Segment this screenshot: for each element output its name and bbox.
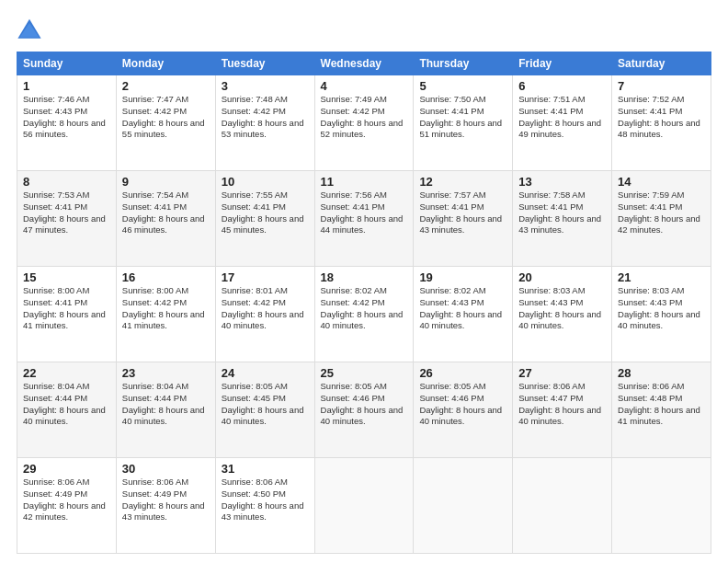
day-cell: 17 Sunrise: 8:01 AMSunset: 4:42 PMDaylig… [215,267,314,362]
header-cell-friday: Friday [513,52,612,75]
day-number: 10 [222,175,309,189]
day-cell [414,458,513,554]
header-cell-saturday: Saturday [612,52,711,75]
day-number: 9 [122,175,210,189]
calendar-table: SundayMondayTuesdayWednesdayThursdayFrid… [17,52,711,554]
day-info: Sunrise: 8:06 AMSunset: 4:47 PMDaylight:… [518,381,601,426]
day-cell [314,458,414,554]
logo-icon [17,17,42,42]
day-info: Sunrise: 7:53 AMSunset: 4:41 PMDaylight:… [23,190,106,235]
day-info: Sunrise: 7:47 AMSunset: 4:42 PMDaylight:… [122,94,205,139]
day-number: 28 [618,366,705,380]
day-cell: 25 Sunrise: 8:05 AMSunset: 4:46 PMDaylig… [314,362,414,458]
day-info: Sunrise: 8:05 AMSunset: 4:45 PMDaylight:… [222,381,304,426]
day-cell: 11 Sunrise: 7:56 AMSunset: 4:41 PMDaylig… [314,171,414,267]
day-cell: 1 Sunrise: 7:46 AMSunset: 4:43 PMDayligh… [17,75,117,171]
day-info: Sunrise: 8:00 AMSunset: 4:41 PMDaylight:… [23,285,106,330]
day-number: 8 [23,175,110,189]
day-number: 27 [518,366,606,380]
day-info: Sunrise: 7:59 AMSunset: 4:41 PMDaylight:… [618,190,700,235]
day-number: 30 [122,462,210,476]
day-number: 1 [23,79,110,93]
day-cell [513,458,612,554]
week-row-4: 22 Sunrise: 8:04 AMSunset: 4:44 PMDaylig… [17,362,711,458]
day-info: Sunrise: 8:04 AMSunset: 4:44 PMDaylight:… [23,381,106,426]
day-cell: 27 Sunrise: 8:06 AMSunset: 4:47 PMDaylig… [513,362,612,458]
day-cell: 22 Sunrise: 8:04 AMSunset: 4:44 PMDaylig… [17,362,117,458]
week-row-2: 8 Sunrise: 7:53 AMSunset: 4:41 PMDayligh… [17,171,711,267]
day-number: 31 [222,462,309,476]
day-number: 19 [419,270,506,284]
day-cell: 3 Sunrise: 7:48 AMSunset: 4:42 PMDayligh… [215,75,314,171]
week-row-1: 1 Sunrise: 7:46 AMSunset: 4:43 PMDayligh… [17,75,711,171]
day-number: 3 [222,79,309,93]
day-cell: 24 Sunrise: 8:05 AMSunset: 4:45 PMDaylig… [215,362,314,458]
day-cell [612,458,711,554]
day-info: Sunrise: 8:02 AMSunset: 4:43 PMDaylight:… [419,285,502,330]
day-info: Sunrise: 7:58 AMSunset: 4:41 PMDaylight:… [518,190,601,235]
day-cell: 10 Sunrise: 7:55 AMSunset: 4:41 PMDaylig… [215,171,314,267]
day-number: 11 [321,175,408,189]
week-row-3: 15 Sunrise: 8:00 AMSunset: 4:41 PMDaylig… [17,267,711,362]
day-cell: 20 Sunrise: 8:03 AMSunset: 4:43 PMDaylig… [513,267,612,362]
day-info: Sunrise: 7:49 AMSunset: 4:42 PMDaylight:… [321,94,404,139]
day-info: Sunrise: 8:06 AMSunset: 4:50 PMDaylight:… [222,477,304,522]
day-info: Sunrise: 8:01 AMSunset: 4:42 PMDaylight:… [222,285,304,330]
day-cell: 4 Sunrise: 7:49 AMSunset: 4:42 PMDayligh… [314,75,414,171]
day-number: 5 [419,79,506,93]
day-cell: 7 Sunrise: 7:52 AMSunset: 4:41 PMDayligh… [612,75,711,171]
svg-marker-1 [20,23,40,37]
day-info: Sunrise: 8:03 AMSunset: 4:43 PMDaylight:… [518,285,601,330]
day-info: Sunrise: 8:03 AMSunset: 4:43 PMDaylight:… [618,285,700,330]
day-info: Sunrise: 8:06 AMSunset: 4:48 PMDaylight:… [618,381,700,426]
day-info: Sunrise: 7:56 AMSunset: 4:41 PMDaylight:… [321,190,404,235]
header-cell-sunday: Sunday [17,52,117,75]
week-row-5: 29 Sunrise: 8:06 AMSunset: 4:49 PMDaylig… [17,458,711,554]
day-number: 23 [122,366,210,380]
day-number: 2 [122,79,210,93]
day-number: 29 [23,462,110,476]
day-info: Sunrise: 7:51 AMSunset: 4:41 PMDaylight:… [518,94,601,139]
day-info: Sunrise: 7:48 AMSunset: 4:42 PMDaylight:… [222,94,304,139]
day-info: Sunrise: 8:05 AMSunset: 4:46 PMDaylight:… [321,381,404,426]
day-number: 4 [321,79,408,93]
day-cell: 9 Sunrise: 7:54 AMSunset: 4:41 PMDayligh… [116,171,215,267]
day-cell: 6 Sunrise: 7:51 AMSunset: 4:41 PMDayligh… [513,75,612,171]
day-number: 21 [618,270,705,284]
day-info: Sunrise: 7:52 AMSunset: 4:41 PMDaylight:… [618,94,700,139]
day-info: Sunrise: 8:00 AMSunset: 4:42 PMDaylight:… [122,285,205,330]
calendar-header: SundayMondayTuesdayWednesdayThursdayFrid… [17,52,711,75]
day-cell: 29 Sunrise: 8:06 AMSunset: 4:49 PMDaylig… [17,458,117,554]
day-number: 13 [518,175,606,189]
day-number: 15 [23,270,110,284]
header-cell-tuesday: Tuesday [215,52,314,75]
day-cell: 12 Sunrise: 7:57 AMSunset: 4:41 PMDaylig… [414,171,513,267]
day-number: 7 [618,79,705,93]
day-number: 25 [321,366,408,380]
header [17,17,711,42]
day-cell: 14 Sunrise: 7:59 AMSunset: 4:41 PMDaylig… [612,171,711,267]
day-info: Sunrise: 8:06 AMSunset: 4:49 PMDaylight:… [122,477,205,522]
day-info: Sunrise: 7:46 AMSunset: 4:43 PMDaylight:… [23,94,106,139]
day-number: 20 [518,270,606,284]
day-info: Sunrise: 7:57 AMSunset: 4:41 PMDaylight:… [419,190,502,235]
day-number: 18 [321,270,408,284]
day-number: 24 [222,366,309,380]
day-cell: 15 Sunrise: 8:00 AMSunset: 4:41 PMDaylig… [17,267,117,362]
day-cell: 13 Sunrise: 7:58 AMSunset: 4:41 PMDaylig… [513,171,612,267]
day-cell: 31 Sunrise: 8:06 AMSunset: 4:50 PMDaylig… [215,458,314,554]
day-cell: 18 Sunrise: 8:02 AMSunset: 4:42 PMDaylig… [314,267,414,362]
header-cell-monday: Monday [116,52,215,75]
day-number: 17 [222,270,309,284]
page: SundayMondayTuesdayWednesdayThursdayFrid… [0,0,728,563]
day-info: Sunrise: 7:55 AMSunset: 4:41 PMDaylight:… [222,190,304,235]
day-number: 6 [518,79,606,93]
day-number: 14 [618,175,705,189]
day-cell: 23 Sunrise: 8:04 AMSunset: 4:44 PMDaylig… [116,362,215,458]
day-cell: 2 Sunrise: 7:47 AMSunset: 4:42 PMDayligh… [116,75,215,171]
day-info: Sunrise: 8:05 AMSunset: 4:46 PMDaylight:… [419,381,502,426]
header-row: SundayMondayTuesdayWednesdayThursdayFrid… [17,52,711,75]
day-cell: 8 Sunrise: 7:53 AMSunset: 4:41 PMDayligh… [17,171,117,267]
day-info: Sunrise: 8:06 AMSunset: 4:49 PMDaylight:… [23,477,106,522]
day-cell: 21 Sunrise: 8:03 AMSunset: 4:43 PMDaylig… [612,267,711,362]
